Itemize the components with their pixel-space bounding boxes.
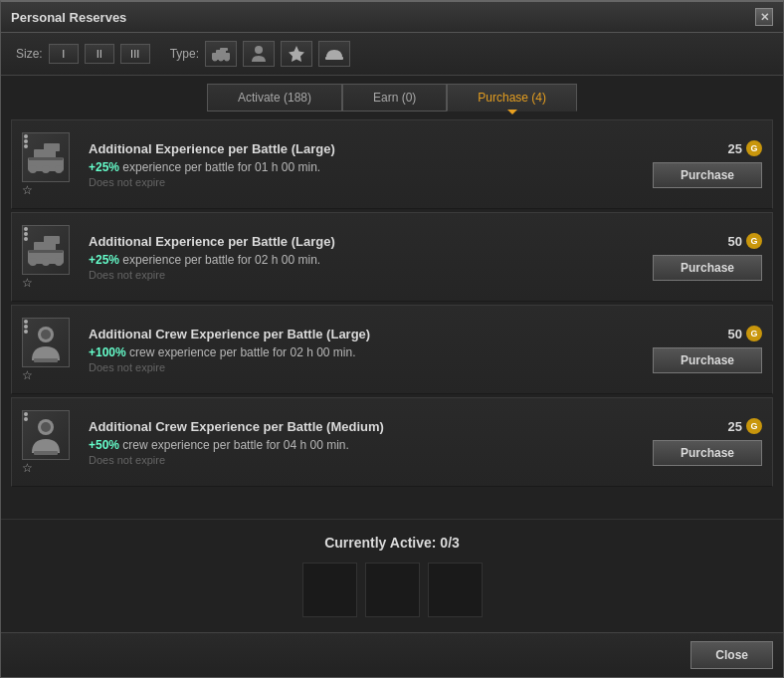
item-icon-3: ☆	[22, 318, 77, 382]
type-button-crew[interactable]	[243, 41, 275, 67]
personal-reserves-window: Personal Reserves ✕ Size: I II III Type:	[0, 0, 784, 678]
item-info-1: Additional Experience per Battle (Large)…	[89, 141, 631, 188]
svg-point-21	[55, 258, 63, 266]
price-row-2: 50 G	[728, 233, 762, 249]
size-button-iii[interactable]: III	[120, 44, 150, 64]
size-button-i[interactable]: I	[49, 44, 79, 64]
item-price-area-4: 25 G Purchase	[643, 418, 762, 466]
item-desc-1: +25% experience per battle for 01 h 00 m…	[89, 160, 631, 174]
svg-point-3	[213, 57, 218, 62]
item-desc-text-3: crew experience per battle for 02 h 00 m…	[126, 345, 356, 359]
svg-rect-2	[220, 48, 228, 51]
title-bar: Personal Reserves ✕	[1, 2, 783, 33]
tabs-bar: Activate (188) Earn (0) Purchase (4)	[1, 76, 783, 112]
item-price-area-2: 50 G Purchase	[643, 233, 762, 281]
svg-point-6	[255, 46, 263, 54]
footer: Close	[1, 632, 783, 677]
active-title: Currently Active: 0/3	[11, 535, 773, 551]
item-name-4: Additional Crew Experience per Battle (M…	[89, 419, 631, 434]
item-price-area-1: 25 G Purchase	[643, 140, 762, 188]
svg-rect-11	[44, 143, 60, 151]
svg-marker-7	[289, 46, 304, 62]
window-close-button[interactable]: ✕	[755, 8, 773, 26]
price-value-4: 25	[728, 419, 742, 434]
type-button-star[interactable]	[281, 41, 312, 67]
purchase-button-1[interactable]: Purchase	[653, 162, 762, 188]
active-slot-3	[428, 563, 483, 617]
item-price-area-3: 50 G Purchase	[643, 326, 762, 373]
item-desc-3: +100% crew experience per battle for 02 …	[89, 345, 631, 359]
gold-icon-3: G	[746, 326, 762, 341]
tab-activate[interactable]: Activate (188)	[207, 84, 342, 112]
item-desc-text-4: crew experience per battle for 04 h 00 m…	[119, 438, 349, 452]
rank-dots-2	[24, 227, 28, 241]
size-label: Size:	[16, 47, 43, 61]
item-desc-2: +25% experience per battle for 02 h 00 m…	[89, 253, 631, 267]
item-name-2: Additional Experience per Battle (Large)	[89, 234, 631, 249]
price-value-2: 50	[728, 234, 742, 249]
item-info-2: Additional Experience per Battle (Large)…	[89, 234, 631, 281]
item-desc-text-2: experience per battle for 02 h 00 min.	[119, 253, 320, 267]
close-button[interactable]: Close	[690, 641, 773, 669]
svg-point-20	[42, 258, 50, 266]
gold-icon-4: G	[746, 418, 762, 434]
rank-dots-3	[24, 320, 28, 334]
item-info-3: Additional Crew Experience per Battle (L…	[89, 327, 631, 373]
toolbar: Size: I II III Type:	[1, 33, 783, 76]
svg-point-19	[29, 258, 37, 266]
window-title: Personal Reserves	[11, 10, 126, 25]
svg-point-5	[225, 57, 230, 62]
active-slots	[11, 563, 773, 617]
type-label: Type:	[170, 47, 199, 61]
purchase-button-2[interactable]: Purchase	[653, 255, 762, 281]
reserve-item-2: ☆ Additional Experience per Battle (Larg…	[11, 212, 773, 302]
active-slot-1	[302, 563, 357, 617]
item-image-2	[22, 225, 70, 275]
price-row-4: 25 G	[728, 418, 762, 434]
favorite-star-1[interactable]: ☆	[22, 183, 33, 197]
svg-point-14	[55, 165, 63, 173]
favorite-star-4[interactable]: ☆	[22, 461, 33, 475]
svg-rect-8	[325, 57, 343, 60]
item-expires-4: Does not expire	[89, 454, 631, 466]
tab-purchase[interactable]: Purchase (4)	[447, 84, 577, 112]
item-highlight-4: +50%	[89, 438, 119, 452]
item-name-1: Additional Experience per Battle (Large)	[89, 141, 631, 156]
rank-dots-1	[24, 134, 28, 148]
item-image-1	[22, 132, 70, 182]
svg-rect-15	[29, 157, 63, 160]
items-list: ☆ Additional Experience per Battle (Larg…	[1, 112, 783, 519]
svg-rect-25	[34, 358, 58, 362]
svg-point-13	[42, 165, 50, 173]
type-group: Type:	[170, 41, 350, 67]
reserve-item-3: ☆ Additional Crew Experience per Battle …	[11, 305, 773, 394]
active-slot-2	[365, 563, 420, 617]
svg-point-24	[41, 330, 51, 339]
price-value-1: 25	[728, 141, 742, 156]
type-button-helmet[interactable]	[318, 41, 350, 67]
svg-point-27	[41, 422, 51, 432]
price-row-3: 50 G	[728, 326, 762, 341]
item-name-3: Additional Crew Experience per Battle (L…	[89, 327, 631, 341]
item-expires-2: Does not expire	[89, 269, 631, 281]
svg-point-4	[219, 57, 224, 62]
gold-icon-2: G	[746, 233, 762, 249]
item-icon-1: ☆	[22, 132, 77, 197]
active-section: Currently Active: 0/3	[1, 519, 783, 632]
item-icon-4: ☆	[22, 410, 77, 475]
type-button-tank[interactable]	[205, 41, 237, 67]
item-highlight-1: +25%	[89, 160, 119, 174]
size-button-ii[interactable]: II	[85, 44, 114, 64]
rank-dots-4	[24, 412, 28, 421]
reserve-item-4: ☆ Additional Crew Experience per Battle …	[11, 397, 773, 487]
purchase-button-4[interactable]: Purchase	[653, 440, 762, 466]
item-icon-2: ☆	[22, 225, 77, 290]
favorite-star-3[interactable]: ☆	[22, 368, 33, 382]
tab-earn[interactable]: Earn (0)	[342, 84, 447, 112]
item-desc-text-1: experience per battle for 01 h 00 min.	[119, 160, 320, 174]
svg-rect-28	[34, 451, 58, 455]
purchase-button-3[interactable]: Purchase	[653, 347, 762, 373]
size-group: Size: I II III	[16, 44, 150, 64]
item-image-4	[22, 410, 70, 460]
favorite-star-2[interactable]: ☆	[22, 276, 33, 290]
